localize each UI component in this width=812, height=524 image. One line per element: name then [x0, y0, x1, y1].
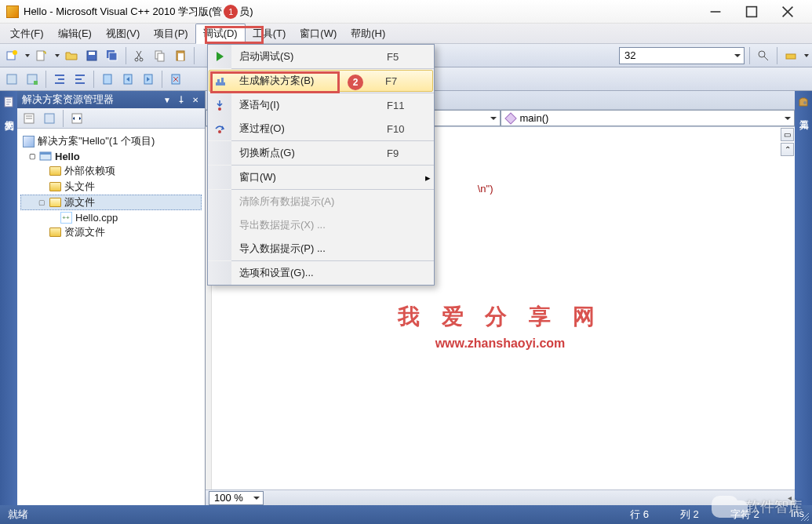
menuitem-label: 逐语句(I)	[231, 98, 387, 112]
menuitem-step-into[interactable]: 逐语句(I) F11	[208, 93, 434, 117]
scroll-left-icon[interactable]: ◂	[788, 493, 792, 502]
menuitem-step-over[interactable]: 逐过程(O) F10	[208, 117, 434, 140]
toolbar-separator	[126, 47, 126, 64]
platform-combo[interactable]: 32	[619, 47, 745, 64]
save-all-button[interactable]	[104, 47, 121, 64]
tree-label: Hello.cpp	[75, 212, 118, 224]
menu-project[interactable]: 项目(P)	[147, 24, 195, 43]
solution-tree[interactable]: 解决方案"Hello"(1 个项目) ▢ Hello 外部依赖项 头文件 ▢	[17, 129, 205, 505]
chevron-down-icon	[785, 117, 791, 120]
dropdown-arrow-icon[interactable]	[55, 54, 60, 57]
bookmark-button[interactable]	[99, 71, 116, 88]
nav-up-button[interactable]: ⌃	[781, 143, 794, 156]
tree-folder-sources[interactable]: ▢ 源文件	[20, 195, 202, 210]
right-rail[interactable]: 工具箱	[795, 91, 812, 505]
folder-icon	[49, 166, 61, 176]
svg-point-35	[218, 130, 221, 133]
submenu-arrow-icon: ▸	[421, 172, 434, 184]
tree-label: 解决方案"Hello"(1 个项目)	[38, 134, 155, 148]
menu-debug[interactable]: 调试(D)	[195, 24, 246, 44]
chevron-down-icon	[253, 497, 260, 500]
toolbar-separator	[46, 71, 46, 88]
status-line: 行 6	[630, 508, 649, 522]
find-button[interactable]	[755, 47, 772, 64]
menu-window[interactable]: 窗口(W)	[293, 24, 344, 43]
menuitem-start-debug[interactable]: 启动调试(S) F5	[208, 45, 434, 68]
tree-file-cpp[interactable]: ++ Hello.cpp	[20, 210, 202, 224]
menu-edit[interactable]: 编辑(E)	[51, 24, 99, 43]
menu-tools[interactable]: 工具(T)	[246, 24, 293, 43]
menuitem-import-tips[interactable]: 导入数据提示(P) ...	[208, 237, 434, 260]
indent-button[interactable]	[51, 71, 68, 88]
copy-button[interactable]	[151, 47, 169, 64]
properties-button[interactable]	[20, 110, 38, 127]
cut-button[interactable]	[131, 47, 148, 64]
view-code-button[interactable]	[68, 110, 86, 127]
title-text-prefix: Hello - Microsoft Visual C++ 2010 学习版(管	[24, 5, 222, 17]
tree-folder-headers[interactable]: 头文件	[20, 179, 202, 195]
toolbox-icon	[797, 96, 810, 108]
menuitem-options[interactable]: 选项和设置(G)...	[208, 261, 434, 285]
svg-rect-7	[109, 53, 117, 60]
build-icon	[214, 75, 227, 87]
left-rail[interactable]: 文档大纲	[0, 91, 17, 505]
menu-view[interactable]: 视图(V)	[99, 24, 147, 43]
split-button[interactable]: ▭	[781, 128, 794, 141]
zoom-combo[interactable]: 100 %	[209, 491, 264, 505]
zoom-value: 100 %	[214, 492, 243, 504]
prev-bookmark-button[interactable]	[119, 71, 137, 88]
svg-rect-25	[45, 114, 54, 123]
dropdown-arrow-icon[interactable]	[804, 54, 809, 57]
next-bookmark-button[interactable]	[140, 71, 157, 88]
panel-close-button[interactable]: ✕	[191, 95, 200, 104]
scope-combo-right[interactable]: main()	[501, 110, 796, 126]
menuitem-toggle-breakpoint[interactable]: 切换断点(G) F9	[208, 141, 434, 165]
watermark-text-2: www.zhanshaoyi.com	[398, 337, 603, 351]
menuitem-label: 逐过程(O)	[231, 122, 387, 136]
menu-help[interactable]: 帮助(H)	[344, 24, 392, 43]
open-file-button[interactable]	[63, 47, 80, 64]
project-node[interactable]: ▢ Hello	[20, 149, 202, 163]
menuitem-shortcut: F5	[387, 51, 434, 63]
comment-button[interactable]	[24, 71, 41, 88]
dropdown-arrow-icon[interactable]	[25, 54, 30, 57]
save-button[interactable]	[83, 47, 100, 64]
svg-rect-13	[178, 53, 184, 60]
tree-label: Hello	[55, 151, 80, 162]
show-all-button[interactable]	[41, 110, 58, 127]
paste-button[interactable]	[172, 47, 189, 64]
outdent-button[interactable]	[71, 71, 89, 88]
resize-grip-icon	[799, 511, 810, 522]
new-project-button[interactable]	[3, 47, 20, 64]
minimize-button[interactable]	[697, 0, 734, 24]
toolbar-separator	[777, 47, 777, 64]
add-item-button[interactable]	[33, 47, 50, 64]
tree-folder-resources[interactable]: 资源文件	[20, 224, 202, 240]
zoom-bar: 100 % ◂	[206, 489, 795, 505]
chevron-down-icon	[490, 117, 497, 120]
maximize-button[interactable]	[734, 0, 770, 24]
extension-button[interactable]	[782, 47, 799, 64]
toolbar-separator	[194, 47, 195, 64]
menuitem-windows[interactable]: 窗口(W) ▸	[208, 166, 434, 189]
panel-options-button[interactable]: ▼	[162, 95, 172, 104]
tree-label: 头文件	[64, 180, 95, 194]
expand-icon[interactable]: ▢	[28, 152, 36, 160]
project-icon	[39, 150, 52, 162]
tree-folder-extdeps[interactable]: 外部依赖项	[20, 163, 202, 179]
title-bar: Hello - Microsoft Visual C++ 2010 学习版(管1…	[0, 0, 812, 24]
close-button[interactable]	[770, 0, 806, 24]
menuitem-shortcut: F10	[387, 123, 434, 135]
solution-node[interactable]: 解决方案"Hello"(1 个项目)	[20, 133, 202, 149]
window-title: Hello - Microsoft Visual C++ 2010 学习版(管1…	[24, 5, 697, 19]
svg-rect-3	[37, 51, 44, 60]
show-headers-button[interactable]	[3, 71, 20, 88]
expand-icon[interactable]: ▢	[38, 198, 46, 206]
menu-bar: 文件(F) 编辑(E) 视图(V) 项目(P) 调试(D) 工具(T) 窗口(W…	[0, 24, 812, 44]
menuitem-build-solution[interactable]: 生成解决方案(B) F7	[209, 70, 433, 92]
editor-side-buttons: ▭ ⌃	[781, 127, 795, 489]
menu-file[interactable]: 文件(F)	[3, 24, 51, 43]
panel-pin-button[interactable]	[177, 95, 186, 104]
clear-bookmarks-button[interactable]	[167, 71, 184, 88]
toolbar-separator	[749, 47, 750, 64]
